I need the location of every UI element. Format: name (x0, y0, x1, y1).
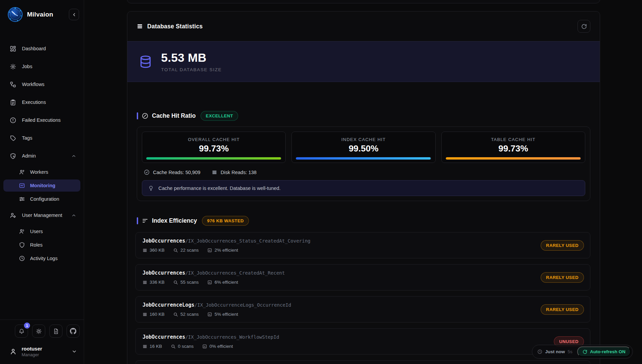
overall-cache-hit-card: OVERALL CACHE HIT 99.73% (142, 132, 286, 163)
sidebar-item-tags[interactable]: Tags (3, 130, 80, 146)
sidebar-item-users[interactable]: Users (3, 225, 80, 237)
sidebar-item-roles[interactable]: Roles (3, 239, 80, 251)
sidebar-item-label: Failed Executions (22, 117, 60, 123)
clock-icon (537, 349, 542, 354)
sidebar-item-label: Workers (30, 169, 48, 175)
lightbulb-icon (148, 186, 154, 191)
check-circle-icon (144, 169, 150, 175)
cache-card-value: 99.73% (498, 143, 528, 154)
sidebar-item-jobs[interactable]: Jobs (3, 59, 80, 74)
cache-status-badge: EXCELLENT (201, 111, 238, 121)
sidebar-item-workers[interactable]: Workers (3, 166, 80, 178)
index-row-main: JobOccurrenceLogs/IX_JobOccurrenceLogs_O… (143, 302, 541, 317)
sidebar-item-workflows[interactable]: Workflows (3, 77, 80, 92)
cache-card-value: 99.73% (199, 143, 229, 154)
docs-button[interactable] (49, 325, 62, 338)
workflow-icon (10, 81, 16, 88)
size-icon (143, 344, 147, 349)
search-icon (173, 312, 178, 317)
disk-reads-stat: Disk Reads: 138 (212, 170, 256, 175)
sidebar-item-executions[interactable]: Executions (3, 94, 80, 110)
shield-icon (19, 242, 25, 248)
monitoring-chart-icon (19, 183, 25, 189)
progress-fill (446, 157, 581, 160)
index-efficiency-pct: 0% efficient (209, 344, 233, 349)
brand-title: Milvaion (27, 11, 53, 18)
size-icon (143, 248, 147, 253)
stat-label: Cache Reads: 50,909 (153, 170, 200, 175)
sidebar-nav: Dashboard Jobs Workflows Executions Fail… (0, 38, 84, 319)
progress-fill (296, 157, 430, 160)
notification-badge: 1 (24, 323, 30, 329)
index-table-name: JobOccurrences (143, 334, 185, 340)
cache-card-label: INDEX CACHE HIT (341, 137, 386, 142)
sliders-icon (19, 196, 25, 202)
cache-card-label: OVERALL CACHE HIT (188, 137, 240, 142)
accent-bar (137, 112, 138, 119)
table-cache-hit-card: TABLE CACHE HIT 99.73% (441, 132, 585, 163)
sidebar-item-label: Configuration (30, 196, 59, 202)
theme-toggle-button[interactable] (32, 325, 45, 338)
index-name: /IX_JobOccurrenceLogs_OccurrenceId (195, 302, 291, 308)
index-scans: 55 scans (180, 280, 199, 285)
milvaion-logo-icon (7, 7, 23, 22)
user-role: Manager (22, 352, 42, 357)
index-row-main: JobOccurrences/IX_JobOccurrences_Workflo… (143, 334, 554, 349)
alert-circle-icon (10, 117, 16, 123)
total-size-value: 5.53 MB (161, 51, 222, 64)
brand-row: Milvaion (0, 0, 84, 26)
chart-icon (207, 248, 212, 253)
accent-bar (137, 217, 138, 224)
tag-icon (10, 135, 16, 141)
sidebar-item-label: Activity Logs (30, 256, 57, 261)
sidebar: Milvaion Dashboard Jobs Workflows Execut… (0, 0, 84, 364)
cache-reads-stat: Cache Reads: 50,909 (144, 169, 200, 175)
index-table-name: JobOccurrences (143, 270, 185, 276)
sidebar-item-configuration[interactable]: Configuration (3, 193, 80, 205)
github-button[interactable] (67, 325, 80, 338)
sidebar-item-label: Dashboard (22, 46, 46, 51)
sidebar-item-failed-executions[interactable]: Failed Executions (3, 112, 80, 128)
refresh-button[interactable] (577, 20, 590, 33)
wasted-space-badge: 976 KB WASTED (202, 216, 249, 226)
index-efficiency-pct: 5% efficient (214, 312, 238, 317)
sidebar-item-label: Tags (22, 135, 32, 141)
sidebar-item-label: Monitoring (30, 183, 55, 188)
refresh-interval: 5s (568, 349, 572, 354)
total-size-label: TOTAL DATABASE SIZE (161, 67, 222, 72)
user-gear-icon (10, 212, 16, 219)
search-icon (173, 248, 178, 253)
sidebar-item-admin[interactable]: Admin (3, 148, 80, 164)
cache-tip-text: Cache performance is excellent. Database… (158, 186, 281, 191)
sidebar-item-monitoring[interactable]: Monitoring (3, 179, 80, 192)
clipboard-icon (10, 99, 16, 106)
database-icon (139, 54, 152, 69)
refresh-time-text: Just now (545, 349, 565, 354)
auto-refresh-icon (583, 349, 587, 354)
sidebar-item-activity-logs[interactable]: Activity Logs (3, 252, 80, 264)
previous-card-edge (127, 0, 600, 3)
user-name: rootuser (22, 346, 42, 352)
notifications-button[interactable]: 1 (15, 325, 28, 338)
index-efficiency-header: Index Efficiency 976 KB WASTED (137, 216, 590, 226)
index-cache-hit-card: INDEX CACHE HIT 99.50% (291, 132, 435, 163)
auto-refresh-label: Auto-refresh ON (590, 349, 625, 354)
progress-track (146, 157, 281, 160)
auto-refresh-widget: Just now 5s Auto-refresh ON (532, 345, 633, 359)
index-name: /IX_JobOccurrences_CreatedAt_Recent (185, 270, 285, 276)
index-efficiency-pct: 6% efficient (214, 280, 238, 285)
stat-label: Disk Reads: 138 (221, 170, 256, 175)
page-title: Database Statistics (147, 23, 203, 30)
user-menu[interactable]: rootuser Manager (0, 338, 84, 364)
auto-refresh-toggle[interactable]: Auto-refresh ON (577, 346, 631, 357)
index-name: /IX_JobOccurrences_WorkflowStepId (185, 334, 279, 340)
sidebar-item-user-management[interactable]: User Management (3, 207, 80, 223)
sidebar-item-dashboard[interactable]: Dashboard (3, 41, 80, 56)
sidebar-collapse-button[interactable] (69, 9, 79, 20)
table-rows-icon (137, 23, 143, 29)
chevron-up-icon (71, 213, 76, 218)
banner-text: 5.53 MB TOTAL DATABASE SIZE (161, 51, 222, 72)
index-row: JobOccurrences/IX_JobOccurrences_Status_… (135, 232, 590, 258)
users-icon (19, 228, 25, 234)
index-size: 160 KB (150, 312, 164, 317)
